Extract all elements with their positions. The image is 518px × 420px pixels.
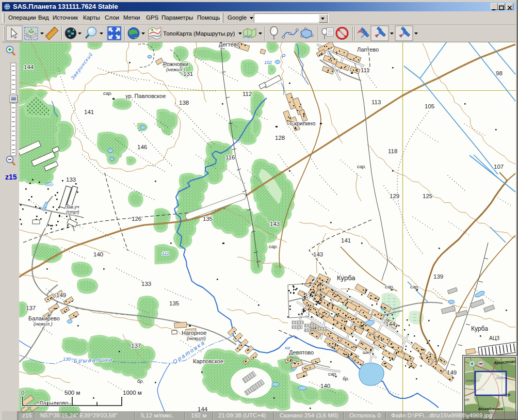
svg-text:140: 140 <box>320 383 330 389</box>
svg-text:149: 149 <box>447 369 457 376</box>
svg-text:ТопоКарта (Маршруты.ру): ТопоКарта (Маршруты.ру) <box>163 30 235 37</box>
svg-text:111: 111 <box>162 251 169 256</box>
svg-text:Михайловск: Михайловск <box>478 407 504 411</box>
svg-text:144: 144 <box>24 64 34 70</box>
svg-text:137: 137 <box>26 305 36 311</box>
svg-text:126: 126 <box>132 216 141 222</box>
svg-text:Курба: Курба <box>471 325 488 332</box>
svg-text:135: 135 <box>203 216 213 222</box>
svg-text:500 м: 500 м <box>64 390 80 396</box>
svg-text:98: 98 <box>496 70 503 76</box>
svg-text:125: 125 <box>423 193 432 199</box>
svg-text:102: 102 <box>264 60 272 65</box>
svg-text:(стр.): (стр.) <box>66 209 79 215</box>
svg-text:141: 141 <box>341 237 351 244</box>
svg-text:140: 140 <box>93 251 103 257</box>
svg-text:118: 118 <box>388 148 397 154</box>
svg-text:133: 133 <box>66 176 76 183</box>
svg-text:(нежил.): (нежил.) <box>34 321 53 327</box>
svg-text:135: 135 <box>169 300 179 306</box>
svg-text:сар.: сар. <box>103 90 112 96</box>
svg-text:Р: Р <box>282 53 285 59</box>
svg-text:112: 112 <box>242 91 252 97</box>
svg-text:сар.: сар. <box>328 371 337 377</box>
svg-text:128: 128 <box>275 135 285 141</box>
svg-text:зав.уч: зав.уч <box>66 204 79 209</box>
svg-text:Дегтево: Дегтево <box>219 42 239 47</box>
svg-text:сар.: сар. <box>269 244 278 249</box>
svg-text:Скрипино: Скрипино <box>290 120 315 126</box>
svg-text:Лаптево: Лаптево <box>357 46 379 53</box>
svg-text:Курба: Курба <box>337 274 355 282</box>
svg-text:133: 133 <box>141 281 151 287</box>
svg-text:144: 144 <box>385 321 396 327</box>
svg-text:0: 0 <box>21 390 24 396</box>
svg-text:сар.: сар. <box>357 164 366 169</box>
svg-text:107: 107 <box>494 164 504 170</box>
svg-text:ур. Павловское: ур. Павловское <box>125 93 166 99</box>
svg-text:1000 м: 1000 м <box>123 390 142 396</box>
svg-text:шк.: шк. <box>363 349 370 355</box>
svg-text:z15: z15 <box>5 173 17 181</box>
svg-text:149: 149 <box>56 292 66 298</box>
svg-text:113: 113 <box>371 99 381 105</box>
svg-text:бр.: бр. <box>343 376 349 381</box>
svg-text:ое: ое <box>465 397 469 402</box>
svg-text:сар.: сар. <box>385 284 394 289</box>
svg-text:137: 137 <box>131 343 141 349</box>
svg-text:143: 143 <box>313 251 323 257</box>
svg-text:111: 111 <box>361 67 369 73</box>
svg-text:141: 141 <box>84 109 94 115</box>
svg-text:сар.: сар. <box>410 284 419 289</box>
svg-text:(нежил.): (нежил.) <box>166 67 185 72</box>
svg-text:АЦЗ: АЦЗ <box>489 335 499 341</box>
svg-text:138: 138 <box>179 100 189 106</box>
svg-text:Девятово: Девятово <box>289 349 314 356</box>
svg-text:146: 146 <box>137 144 147 150</box>
svg-text:116: 116 <box>225 154 235 160</box>
svg-text:130: 130 <box>63 357 71 362</box>
svg-text:143: 143 <box>270 221 280 227</box>
svg-text:бр.: бр. <box>137 378 144 384</box>
svg-text:105: 105 <box>425 103 434 109</box>
svg-text:Карповское: Карповское <box>193 358 223 364</box>
svg-text:139: 139 <box>433 273 443 280</box>
svg-text:129: 129 <box>390 193 399 199</box>
svg-text:на: на <box>285 345 290 350</box>
